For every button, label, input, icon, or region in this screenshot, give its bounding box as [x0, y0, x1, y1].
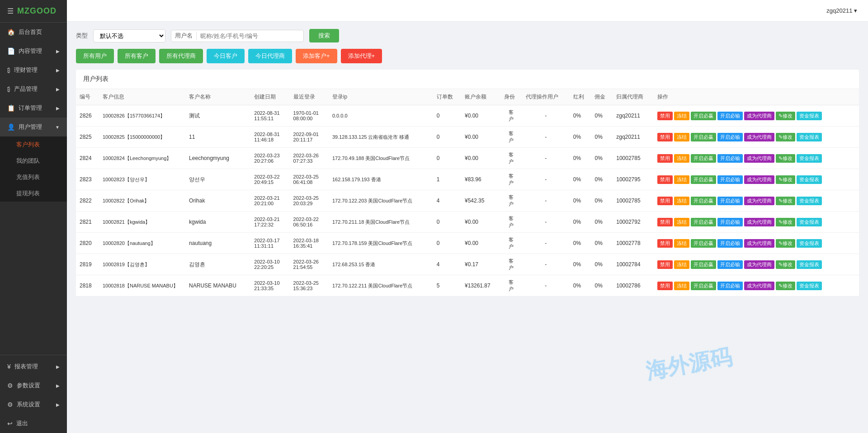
action-btn[interactable]: 成为代理商	[744, 197, 774, 205]
action-btn[interactable]: ✎修改	[776, 154, 795, 163]
sidebar-item-system[interactable]: ⚙ 系统设置 ▶	[0, 395, 67, 414]
chevron-right-icon: ▶	[56, 68, 60, 73]
action-btn[interactable]: 开启必输	[717, 175, 743, 184]
action-btn[interactable]: 冻结	[674, 154, 689, 163]
action-btn[interactable]: 开启必赢	[691, 175, 716, 184]
sidebar-item-report[interactable]: ¥ 报表管理 ▶	[0, 357, 67, 376]
action-btn[interactable]: ✎修改	[776, 133, 795, 141]
cell-orders: 0	[433, 105, 461, 127]
action-btn[interactable]: 资金报表	[797, 260, 822, 269]
action-btn[interactable]: 资金报表	[797, 112, 822, 120]
action-btn[interactable]: 资金报表	[797, 133, 822, 141]
sidebar-item-withdraw-list[interactable]: 提现列表	[0, 185, 67, 202]
hamburger-icon[interactable]: ☰	[7, 7, 14, 15]
action-btn[interactable]: 冻结	[674, 133, 689, 141]
action-btn[interactable]: 开启必赢	[691, 260, 716, 269]
action-btn[interactable]: 资金报表	[797, 154, 822, 163]
action-btn[interactable]: 禁用	[657, 175, 673, 184]
action-btn[interactable]: 冻结	[674, 175, 689, 184]
sidebar-item-dashboard[interactable]: 🏠 后台首页	[0, 23, 67, 42]
search-button[interactable]: 搜索	[309, 29, 339, 42]
action-btn[interactable]: ✎修改	[776, 175, 795, 184]
action-btn[interactable]: 资金报表	[797, 282, 822, 290]
action-btn[interactable]: ✎修改	[776, 260, 795, 269]
action-btn[interactable]: 禁用	[657, 260, 673, 269]
action-btn[interactable]: 禁用	[657, 239, 673, 248]
action-btn[interactable]: 开启必输	[717, 197, 743, 205]
action-btn[interactable]: 开启必输	[717, 260, 743, 269]
cell-name: NARUSE MANABU	[185, 275, 250, 297]
add-customer-button[interactable]: 添加客户+	[296, 49, 337, 63]
action-btn[interactable]: 资金报表	[797, 197, 822, 205]
action-btn[interactable]: 冻结	[674, 218, 689, 226]
action-btn[interactable]: 开启必赢	[691, 197, 716, 205]
today-customers-button[interactable]: 今日客户	[207, 49, 245, 63]
action-btn[interactable]: 开启必赢	[691, 133, 716, 141]
action-btn[interactable]: 冻结	[674, 112, 689, 120]
action-btn[interactable]: 禁用	[657, 133, 673, 141]
all-customers-button[interactable]: 所有客户	[118, 49, 156, 63]
cell-commission: 0%	[591, 254, 613, 275]
action-btn[interactable]: 资金报表	[797, 175, 822, 184]
all-users-button[interactable]: 所有用户	[76, 49, 114, 63]
sidebar-item-logout[interactable]: ↩ 退出	[0, 414, 67, 433]
action-btn[interactable]: 资金报表	[797, 218, 822, 226]
action-btn[interactable]: 禁用	[657, 282, 673, 290]
action-btn[interactable]: 开启必输	[717, 282, 743, 290]
sidebar-item-content[interactable]: 📄 内容管理 ▶	[0, 42, 67, 61]
topbar-user[interactable]: zgq20211 ▾	[826, 7, 857, 14]
action-btn[interactable]: 成为代理商	[744, 282, 774, 290]
add-agent-button[interactable]: 添加代理+	[341, 49, 382, 63]
action-btn[interactable]: 开启必输	[717, 133, 743, 141]
action-btn[interactable]: 开启必赢	[691, 282, 716, 290]
sidebar-item-product[interactable]: ₿ 产品管理 ▶	[0, 80, 67, 99]
action-btn[interactable]: 成为代理商	[744, 260, 774, 269]
action-btn[interactable]: 成为代理商	[744, 154, 774, 163]
cell-last-login: 2022-09-01 20:11:17	[290, 127, 329, 148]
action-btn[interactable]: ✎修改	[776, 239, 795, 248]
sidebar-item-params[interactable]: ⚙ 参数设置 ▶	[0, 376, 67, 395]
action-btn[interactable]: 冻结	[674, 197, 689, 205]
cell-balance: ¥0.00	[461, 105, 500, 127]
cell-created: 2022-03-10 21:33:35	[250, 275, 289, 297]
action-btn[interactable]: 成为代理商	[744, 175, 774, 184]
action-btn[interactable]: ✎修改	[776, 112, 795, 120]
action-btn[interactable]: 禁用	[657, 112, 673, 120]
action-btn[interactable]: 开启必输	[717, 112, 743, 120]
search-input[interactable]	[200, 30, 300, 42]
sidebar-item-my-team[interactable]: 我的团队	[0, 153, 67, 169]
action-btn[interactable]: 成为代理商	[744, 112, 774, 120]
sidebar-item-user[interactable]: 👤 用户管理 ▼	[0, 118, 67, 136]
action-btn[interactable]: 开启必输	[717, 154, 743, 163]
cell-name: nautuang	[185, 233, 250, 254]
action-btn[interactable]: ✎修改	[776, 197, 795, 205]
action-btn[interactable]: ✎修改	[776, 282, 795, 290]
today-agents-button[interactable]: 今日代理商	[248, 49, 292, 63]
cell-agent-user: -	[522, 148, 570, 169]
action-btn[interactable]: 开启必输	[717, 218, 743, 226]
type-label: 类型	[76, 32, 88, 40]
action-btn[interactable]: 冻结	[674, 282, 689, 290]
all-agents-button[interactable]: 所有代理商	[159, 49, 203, 63]
action-btn[interactable]: 禁用	[657, 218, 673, 226]
action-btn[interactable]: 冻结	[674, 239, 689, 248]
action-btn[interactable]: ✎修改	[776, 218, 795, 226]
action-btn[interactable]: 资金报表	[797, 239, 822, 248]
action-btn[interactable]: 开启必输	[717, 239, 743, 248]
sidebar-item-recharge-list[interactable]: 充值列表	[0, 169, 67, 185]
cell-actions: 禁用冻结开启必赢开启必输成为代理商✎修改资金报表	[654, 127, 859, 148]
action-btn[interactable]: 开启必赢	[691, 112, 716, 120]
type-select[interactable]: 默认不选 客户 代理商	[93, 29, 165, 42]
sidebar-item-finance[interactable]: ₿ 理财管理 ▶	[0, 61, 67, 80]
action-btn[interactable]: 开启必赢	[691, 239, 716, 248]
action-btn[interactable]: 开启必赢	[691, 154, 716, 163]
action-btn[interactable]: 禁用	[657, 197, 673, 205]
action-btn[interactable]: 开启必赢	[691, 218, 716, 226]
sidebar-item-customer-list[interactable]: 客户列表	[0, 136, 67, 153]
sidebar-item-order[interactable]: 📋 订单管理 ▶	[0, 99, 67, 118]
action-btn[interactable]: 成为代理商	[744, 218, 774, 226]
action-btn[interactable]: 禁用	[657, 154, 673, 163]
action-btn[interactable]: 成为代理商	[744, 133, 774, 141]
action-btn[interactable]: 冻结	[674, 260, 689, 269]
action-btn[interactable]: 成为代理商	[744, 239, 774, 248]
